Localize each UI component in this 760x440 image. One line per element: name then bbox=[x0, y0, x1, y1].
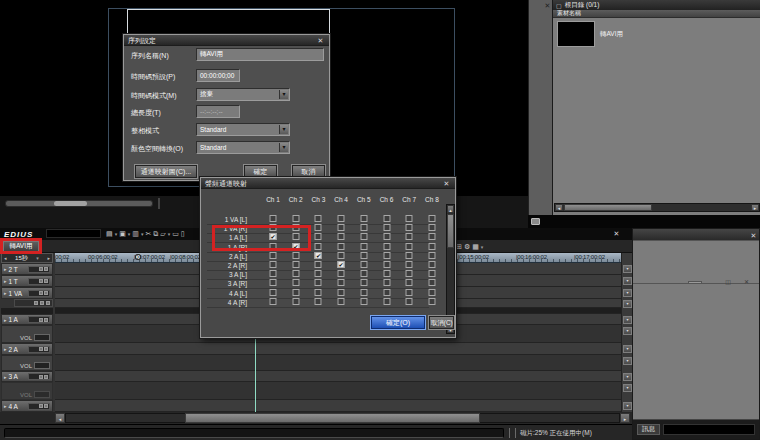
track-scroll-button-4[interactable]: ▾ bbox=[623, 316, 632, 324]
channel-checkbox-3AL-ch1[interactable] bbox=[270, 270, 277, 277]
bin-scroll-thumb[interactable] bbox=[564, 204, 652, 211]
channel-checkbox-1AL-ch3[interactable] bbox=[315, 233, 322, 240]
channel-checkbox-3AR-ch8[interactable] bbox=[428, 279, 435, 286]
dropdown-caret-icon[interactable]: ▾ bbox=[279, 143, 288, 152]
shuttle-thumb[interactable] bbox=[54, 201, 87, 206]
save-project-icon[interactable]: ▥ bbox=[132, 229, 139, 239]
channel-checkbox-1AR-ch5[interactable] bbox=[360, 243, 367, 250]
palette-input-field[interactable] bbox=[663, 424, 755, 435]
channel-checkbox-1VAL-ch7[interactable] bbox=[406, 215, 413, 222]
channel-checkbox-2AL-ch6[interactable] bbox=[383, 252, 390, 259]
channel-checkbox-3AL-ch2[interactable] bbox=[292, 270, 299, 277]
channel-checkbox-1VAL-ch8[interactable] bbox=[428, 215, 435, 222]
va-subtrack-header[interactable] bbox=[14, 299, 53, 307]
channel-checkbox-1AR-ch6[interactable] bbox=[383, 243, 390, 250]
channel-cancel-button2[interactable]: 取消(C) bbox=[429, 316, 454, 329]
track-mini-controls[interactable] bbox=[28, 266, 50, 273]
channel-checkbox-2AR-ch5[interactable] bbox=[360, 261, 367, 268]
channel-checkbox-2AR-ch6[interactable] bbox=[383, 261, 390, 268]
channel-checkbox-3AR-ch4[interactable] bbox=[338, 279, 345, 286]
track-expander-icon[interactable]: ▸ bbox=[4, 278, 7, 284]
channel-checkbox-3AR-ch6[interactable] bbox=[383, 279, 390, 286]
sequence-dialog-close-icon[interactable]: ✕ bbox=[316, 36, 325, 45]
scroll-right-icon[interactable]: ▸ bbox=[620, 413, 630, 423]
palette-close-icon[interactable]: ✕ bbox=[749, 231, 758, 240]
channel-checkbox-1VAL-ch1[interactable] bbox=[270, 215, 277, 222]
field-select-2[interactable]: 捨棄▾ bbox=[196, 88, 290, 101]
subtrack-toggle-icon[interactable] bbox=[40, 301, 44, 305]
channel-checkbox-2AR-ch8[interactable] bbox=[428, 261, 435, 268]
channel-checkbox-4AR-ch8[interactable] bbox=[428, 298, 435, 305]
channel-checkbox-1VAR-ch7[interactable] bbox=[406, 224, 413, 231]
channel-checkbox-1VAR-ch2[interactable] bbox=[292, 224, 299, 231]
track-expander-icon[interactable]: ▸ bbox=[4, 290, 7, 296]
channel-checkbox-3AL-ch4[interactable] bbox=[338, 270, 345, 277]
field-input-0[interactable]: 轉AVI用 bbox=[196, 48, 324, 61]
channel-checkbox-4AL-ch2[interactable] bbox=[292, 289, 299, 296]
track-toggle-icon[interactable] bbox=[39, 404, 43, 408]
subtrack-toggle-icon[interactable] bbox=[46, 301, 50, 305]
channel-map-button[interactable]: 通道映射圖(C)... bbox=[135, 165, 197, 178]
channel-checkbox-1AL-ch6[interactable] bbox=[383, 233, 390, 240]
dropdown-caret-icon[interactable]: ▾ bbox=[115, 231, 118, 237]
channel-checkbox-1AL-ch1[interactable]: ✔ bbox=[270, 233, 277, 240]
track-toggle-icon[interactable] bbox=[39, 318, 43, 322]
channel-checkbox-2AL-ch8[interactable] bbox=[428, 252, 435, 259]
dropdown-caret-icon[interactable]: ▾ bbox=[279, 125, 288, 134]
channel-checkbox-1AL-ch7[interactable] bbox=[406, 233, 413, 240]
dropdown-caret-icon[interactable]: ▾ bbox=[141, 231, 144, 237]
palette-mini-close-icon[interactable]: ✕ bbox=[744, 278, 749, 285]
dropdown-caret-icon[interactable]: ▾ bbox=[481, 244, 484, 250]
field-select-5[interactable]: Standard▾ bbox=[196, 141, 290, 154]
field-select-4[interactable]: Standard▾ bbox=[196, 123, 290, 136]
track-header-2T[interactable]: ▸2 T bbox=[1, 263, 53, 275]
settings-icon[interactable]: ⚙ bbox=[464, 242, 470, 252]
channel-checkbox-1VAL-ch2[interactable] bbox=[292, 215, 299, 222]
channel-checkbox-3AR-ch3[interactable] bbox=[315, 279, 322, 286]
track-expander-icon[interactable]: ▸ bbox=[4, 374, 7, 380]
palette-title-bar[interactable]: ✕ bbox=[633, 229, 759, 241]
track-toggle-icon[interactable] bbox=[39, 347, 43, 351]
scroll-thumb[interactable] bbox=[185, 413, 480, 423]
channel-checkbox-1AR-ch8[interactable] bbox=[428, 243, 435, 250]
channel-checkbox-3AR-ch5[interactable] bbox=[360, 279, 367, 286]
dropdown-caret-icon[interactable]: ▾ bbox=[168, 231, 171, 237]
subtrack-toggle-icon[interactable] bbox=[34, 301, 38, 305]
copy-icon[interactable]: ⧉ bbox=[153, 229, 158, 239]
track-header-3A[interactable]: ▸3 A bbox=[1, 371, 53, 382]
track-toggle-icon[interactable] bbox=[39, 291, 43, 295]
track-expander-icon[interactable]: ▸ bbox=[4, 346, 7, 352]
channel-checkbox-4AR-ch5[interactable] bbox=[360, 298, 367, 305]
palette-panel-icon[interactable]: ◫ bbox=[725, 278, 731, 285]
track-scroll-button-9[interactable]: ▾ bbox=[623, 384, 632, 392]
channel-checkbox-1VAR-ch5[interactable] bbox=[360, 224, 367, 231]
paste-icon[interactable]: ▱ bbox=[160, 229, 165, 239]
track-toggle-icon[interactable] bbox=[39, 267, 43, 271]
track-header-4A[interactable]: ▸4 A bbox=[1, 400, 53, 412]
track-mini-controls[interactable] bbox=[28, 346, 50, 353]
track-mini-controls[interactable] bbox=[28, 278, 50, 285]
channel-checkbox-1AR-ch3[interactable] bbox=[315, 243, 322, 250]
track-toggle-icon[interactable] bbox=[44, 279, 48, 283]
channel-checkbox-3AR-ch1[interactable] bbox=[270, 279, 277, 286]
channel-checkbox-1AR-ch4[interactable] bbox=[338, 243, 345, 250]
track-header-2A[interactable]: ▸2 A bbox=[1, 343, 53, 355]
vol-value-box[interactable] bbox=[34, 391, 50, 398]
dropdown-caret-icon[interactable]: ▾ bbox=[128, 231, 131, 237]
channel-checkbox-1VAL-ch6[interactable] bbox=[383, 215, 390, 222]
bin-column-header[interactable]: 素材名稱 bbox=[553, 10, 760, 18]
channel-checkbox-2AL-ch4[interactable] bbox=[338, 252, 345, 259]
channel-checkbox-4AL-ch1[interactable] bbox=[270, 289, 277, 296]
channel-checkbox-2AR-ch4[interactable]: ✔ bbox=[338, 261, 345, 268]
channel-checkbox-2AL-ch1[interactable] bbox=[270, 252, 277, 259]
track-expander-icon[interactable]: ▸ bbox=[4, 403, 7, 409]
channel-checkbox-1AL-ch8[interactable] bbox=[428, 233, 435, 240]
channel-checkbox-3AL-ch7[interactable] bbox=[406, 270, 413, 277]
track-toggle-icon[interactable] bbox=[44, 375, 48, 379]
vol-value-box[interactable] bbox=[34, 334, 50, 341]
track-toggle-icon[interactable] bbox=[44, 267, 48, 271]
track-header-1T[interactable]: ▸1 T bbox=[1, 275, 53, 287]
track-mini-controls[interactable] bbox=[28, 290, 50, 297]
channel-dialog-close-icon[interactable]: ✕ bbox=[442, 179, 451, 188]
track-scroll-button-0[interactable]: ▾ bbox=[623, 265, 632, 273]
